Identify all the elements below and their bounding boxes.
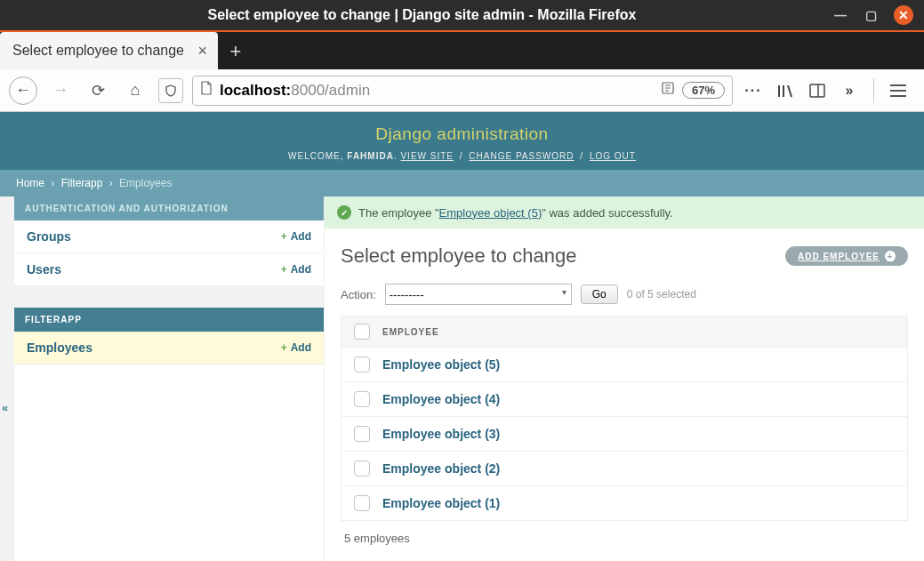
crumb-home[interactable]: Home [16,177,44,189]
tab-title: Select employee to change [12,43,184,59]
column-header[interactable]: EMPLOYEE [382,327,439,337]
reader-mode-icon[interactable] [661,81,675,100]
row-link[interactable]: Employee object (2) [382,461,500,476]
employees-link[interactable]: Employees [27,341,92,355]
table-row: Employee object (1) [341,485,907,520]
browser-tab[interactable]: Select employee to change × [0,32,218,69]
site-title: Django administration [0,124,924,144]
svg-line-6 [788,85,791,97]
page-icon [200,81,213,100]
tab-close-icon[interactable]: × [198,42,208,60]
app-caption: FILTERAPP [14,308,324,332]
shield-icon[interactable] [158,78,183,103]
forward-button[interactable]: → [46,76,75,105]
row-checkbox[interactable] [354,357,370,373]
menu-button[interactable] [890,78,915,103]
results-table: EMPLOYEE Employee object (5) Employee ob… [341,316,908,521]
go-button[interactable]: Go [581,285,618,304]
browser-toolbar: ← → ⟳ ⌂ localhost:8000/admin 67% ··· » [0,69,924,112]
row-link[interactable]: Employee object (5) [382,357,500,372]
sidebar-item-groups: Groups Add [14,220,324,253]
success-message: ✓ The employee "Employee object (5)" was… [325,196,924,228]
table-row: Employee object (2) [341,451,907,485]
sidebar-toggle[interactable]: « [2,401,8,414]
user-tools: WELCOME, FAHMIDA. VIEW SITE / CHANGE PAS… [0,151,924,161]
row-checkbox[interactable] [354,426,370,442]
row-checkbox[interactable] [354,495,370,511]
add-employee-button[interactable]: ADD EMPLOYEE + [785,246,908,266]
success-object-link[interactable]: Employee object (5) [439,206,542,220]
actions-row: Action: --------- Go 0 of 5 selected [341,284,908,305]
sidebar-icon[interactable] [806,79,829,102]
os-titlebar: Select employee to change | Django site … [0,0,924,30]
view-site-link[interactable]: VIEW SITE [400,151,454,161]
select-all-checkbox[interactable] [354,324,370,340]
table-row: Employee object (5) [341,347,907,381]
library-icon[interactable] [774,79,797,102]
logout-link[interactable]: LOG OUT [590,151,636,161]
crumb-current: Employees [119,177,172,189]
tab-bar: Select employee to change × + [0,30,924,69]
success-icon: ✓ [337,205,351,220]
row-checkbox[interactable] [354,461,370,477]
sidebar-item-employees: Employees Add [14,332,324,365]
window-controls: — ▢ ✕ [833,5,913,25]
action-select[interactable]: --------- [385,284,572,305]
minimize-button[interactable]: — [833,8,848,22]
url-text: localhost:8000/admin [220,82,654,100]
breadcrumbs: Home › Filterapp › Employees [0,170,924,196]
plus-icon: + [885,251,896,261]
maximize-button[interactable]: ▢ [864,8,878,22]
new-tab-button[interactable]: + [218,34,253,69]
back-button[interactable]: ← [9,76,37,105]
overflow-icon[interactable]: » [838,79,861,102]
username: FAHMIDA [347,151,394,161]
row-link[interactable]: Employee object (4) [382,392,500,406]
page-header: Select employee to change ADD EMPLOYEE + [341,244,908,268]
sidebar-item-users: Users Add [14,253,324,286]
crumb-app[interactable]: Filterapp [61,177,103,189]
window-title: Select employee to change | Django site … [11,7,833,23]
users-link[interactable]: Users [27,262,61,276]
selection-count: 0 of 5 selected [627,288,696,301]
action-label: Action: [341,288,376,301]
more-icon[interactable]: ··· [742,79,765,102]
row-link[interactable]: Employee object (1) [382,496,500,510]
close-button[interactable]: ✕ [894,5,913,25]
employees-add-link[interactable]: Add [281,341,311,354]
groups-add-link[interactable]: Add [281,230,311,243]
paginator: 5 employees [341,521,908,556]
page-title: Select employee to change [341,244,576,268]
table-row: Employee object (3) [341,416,907,451]
change-password-link[interactable]: CHANGE PASSWORD [469,151,574,161]
row-link[interactable]: Employee object (3) [382,427,500,441]
url-bar[interactable]: localhost:8000/admin 67% [192,76,733,106]
content: « AUTHENTICATION AND AUTHORIZATION Group… [0,196,924,561]
svg-rect-7 [810,84,824,97]
auth-caption: AUTHENTICATION AND AUTHORIZATION [14,196,324,220]
sidebar: AUTHENTICATION AND AUTHORIZATION Groups … [14,196,324,561]
row-checkbox[interactable] [354,391,370,407]
sidebar-gutter: « [0,196,14,561]
results-header: EMPLOYEE [341,317,907,347]
reload-button[interactable]: ⟳ [84,76,112,105]
table-row: Employee object (4) [341,381,907,416]
users-add-link[interactable]: Add [281,263,311,276]
django-header: Django administration WELCOME, FAHMIDA. … [0,112,924,170]
main: ✓ The employee "Employee object (5)" was… [324,196,924,561]
zoom-level[interactable]: 67% [682,82,725,99]
home-button[interactable]: ⌂ [121,76,149,105]
groups-link[interactable]: Groups [27,229,71,244]
